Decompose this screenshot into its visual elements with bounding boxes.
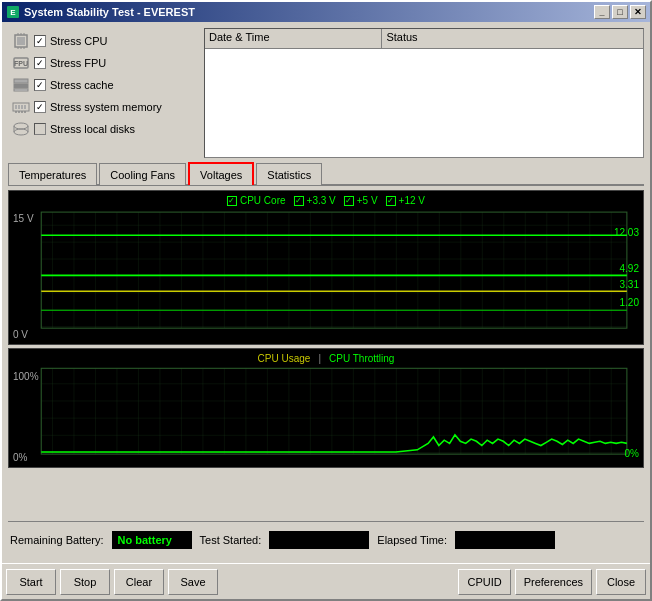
window-title: System Stability Test - EVEREST [24, 6, 195, 18]
voltage-y-bottom: 0 V [13, 329, 28, 340]
cache-icon [12, 76, 30, 94]
fpu-icon: FPU [12, 54, 30, 72]
v12-label: 12.03 [614, 227, 639, 238]
svg-rect-16 [15, 105, 17, 109]
svg-rect-19 [24, 105, 26, 109]
svg-point-24 [14, 123, 28, 129]
test-started-value [269, 531, 369, 549]
elapsed-time-label: Elapsed Time: [377, 534, 447, 546]
tabs-bar: Temperatures Cooling Fans Voltages Stati… [8, 162, 644, 186]
svg-rect-18 [21, 105, 23, 109]
button-bar: Start Stop Clear Save CPUID Preferences … [2, 563, 650, 599]
voltage-chart-svg [9, 191, 643, 344]
v5-label: 4.92 [620, 263, 639, 274]
maximize-button[interactable]: □ [612, 5, 628, 19]
cpu-end-value: 0% [625, 448, 639, 459]
tab-temperatures[interactable]: Temperatures [8, 163, 97, 185]
top-section: ✓ Stress CPU FPU ✓ Stress FPU [8, 28, 644, 158]
charts-section: ✓ CPU Core ✓ +3.3 V ✓ +5 V ✓ +12 V [8, 190, 644, 517]
stress-memory-checkbox[interactable]: ✓ [34, 101, 46, 113]
tab-voltages[interactable]: Voltages [188, 162, 254, 185]
stress-disks-checkbox[interactable] [34, 123, 46, 135]
cpu-icon [12, 32, 30, 50]
table-header: Date & Time Status [205, 29, 643, 49]
cpuid-button[interactable]: CPUID [458, 569, 510, 595]
stress-fpu-checkbox[interactable]: ✓ [34, 57, 46, 69]
svg-rect-13 [14, 84, 28, 88]
svg-rect-34 [41, 368, 627, 454]
app-icon: E [6, 5, 20, 19]
main-content: ✓ Stress CPU FPU ✓ Stress FPU [2, 22, 650, 563]
elapsed-time-value [455, 531, 555, 549]
title-bar-left: E System Stability Test - EVEREST [6, 5, 195, 19]
vcpu-label: 1.20 [620, 297, 639, 308]
stress-cpu-row: ✓ Stress CPU [12, 32, 194, 50]
stress-memory-label: Stress system memory [50, 101, 162, 113]
stress-cache-label: Stress cache [50, 79, 114, 91]
voltage-y-top: 15 V [13, 213, 34, 224]
svg-rect-17 [18, 105, 20, 109]
svg-rect-3 [17, 37, 25, 45]
stress-fpu-label: Stress FPU [50, 57, 106, 69]
close-button[interactable]: Close [596, 569, 646, 595]
svg-rect-14 [14, 89, 28, 91]
main-window: E System Stability Test - EVEREST _ □ ✕ [0, 0, 652, 601]
col-datetime: Date & Time [205, 29, 382, 48]
stress-cache-row: ✓ Stress cache [12, 76, 194, 94]
log-table: Date & Time Status [204, 28, 644, 158]
cpu-y-bottom: 0% [13, 452, 27, 463]
disk-icon [12, 120, 30, 138]
svg-rect-28 [41, 212, 627, 328]
battery-label: Remaining Battery: [10, 534, 104, 546]
clear-button[interactable]: Clear [114, 569, 164, 595]
cpu-chart: CPU Usage | CPU Throttling [8, 348, 644, 468]
memory-icon [12, 98, 30, 116]
title-controls: _ □ ✕ [594, 5, 646, 19]
minimize-button[interactable]: _ [594, 5, 610, 19]
stress-cache-checkbox[interactable]: ✓ [34, 79, 46, 91]
stress-cpu-checkbox[interactable]: ✓ [34, 35, 46, 47]
start-button[interactable]: Start [6, 569, 56, 595]
battery-value: No battery [112, 531, 192, 549]
voltage-chart: ✓ CPU Core ✓ +3.3 V ✓ +5 V ✓ +12 V [8, 190, 644, 345]
save-button[interactable]: Save [168, 569, 218, 595]
close-title-button[interactable]: ✕ [630, 5, 646, 19]
tab-statistics[interactable]: Statistics [256, 163, 322, 185]
stress-memory-row: ✓ Stress system memory [12, 98, 194, 116]
col-status: Status [382, 29, 643, 48]
preferences-button[interactable]: Preferences [515, 569, 592, 595]
stress-options: ✓ Stress CPU FPU ✓ Stress FPU [8, 28, 198, 158]
svg-rect-12 [14, 79, 28, 83]
v33-label: 3.31 [620, 279, 639, 290]
svg-point-27 [14, 129, 28, 135]
stress-disks-row: Stress local disks [12, 120, 194, 138]
stress-disks-label: Stress local disks [50, 123, 135, 135]
stop-button[interactable]: Stop [60, 569, 110, 595]
status-bar: Remaining Battery: No battery Test Start… [8, 521, 644, 557]
stress-fpu-row: FPU ✓ Stress FPU [12, 54, 194, 72]
cpu-y-top: 100% [13, 371, 39, 382]
title-bar: E System Stability Test - EVEREST _ □ ✕ [2, 2, 650, 22]
stress-cpu-label: Stress CPU [50, 35, 107, 47]
test-started-label: Test Started: [200, 534, 262, 546]
svg-text:E: E [10, 8, 16, 17]
cpu-chart-svg [9, 349, 643, 467]
tab-cooling-fans[interactable]: Cooling Fans [99, 163, 186, 185]
svg-text:FPU: FPU [14, 60, 28, 67]
